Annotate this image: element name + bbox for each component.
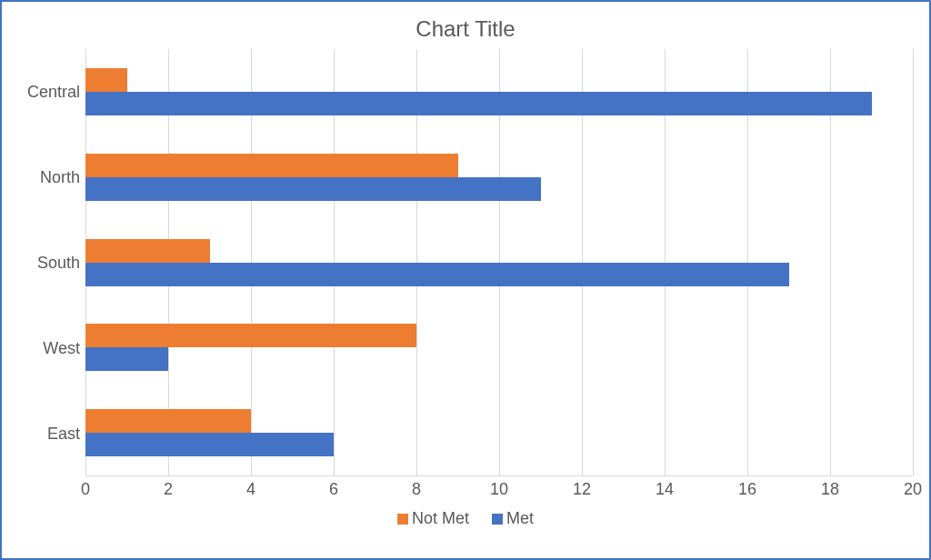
y-category-label: Central <box>27 83 80 102</box>
bar-notmet <box>85 239 210 263</box>
legend: Not Met Met <box>18 509 913 529</box>
x-tick: 8 <box>412 480 421 499</box>
x-tick: 10 <box>490 480 508 499</box>
x-tick: 6 <box>329 480 338 499</box>
plot-wrap: Central North South West East <box>18 49 913 476</box>
bar-notmet <box>85 409 251 433</box>
bar-notmet <box>85 324 416 347</box>
x-tick: 12 <box>573 480 591 499</box>
x-tick: 20 <box>904 480 922 499</box>
x-tick: 4 <box>246 480 255 499</box>
legend-label: Not Met <box>412 509 469 528</box>
legend-label: Met <box>506 509 534 528</box>
x-tick: 2 <box>164 480 173 499</box>
bar-met <box>85 347 168 371</box>
y-category-label: East <box>47 425 80 444</box>
x-tick: 18 <box>821 480 839 499</box>
x-tick: 0 <box>81 480 90 499</box>
bar-met <box>85 177 541 201</box>
bar-notmet <box>85 154 458 177</box>
legend-item-met: Met <box>492 509 534 528</box>
legend-item-notmet: Not Met <box>397 509 469 528</box>
plot-area <box>85 49 913 476</box>
x-tick: 16 <box>738 480 756 499</box>
x-tick: 14 <box>656 480 674 499</box>
bar-met <box>85 263 789 286</box>
bar-met <box>85 92 872 115</box>
bar-met <box>85 433 334 456</box>
y-category-label: North <box>40 168 80 187</box>
square-icon <box>492 514 503 525</box>
y-category-label: South <box>37 254 80 273</box>
y-axis: Central North South West East <box>18 49 85 476</box>
y-category-label: West <box>43 339 80 358</box>
bar-notmet <box>85 68 127 92</box>
square-icon <box>397 514 408 525</box>
x-axis: 0 2 4 6 8 10 12 14 16 18 20 <box>85 476 913 504</box>
chart-title: Chart Title <box>18 16 913 42</box>
chart-frame: Chart Title Central North South West Eas… <box>0 0 931 560</box>
bars <box>85 49 913 475</box>
